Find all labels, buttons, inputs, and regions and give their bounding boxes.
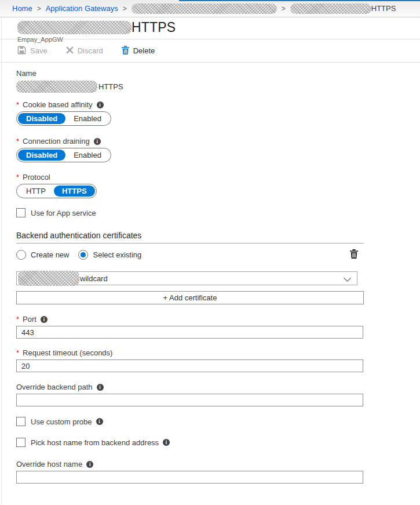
blade: Home > Application Gateways > > HTTPS HT…: [0, 0, 420, 505]
breadcrumb-separator: >: [282, 5, 286, 13]
required-asterisk: *: [16, 173, 19, 181]
section-divider: [16, 243, 364, 244]
redacted-breadcrumb-item: [132, 3, 277, 14]
protocol-https-option[interactable]: HTTPS: [54, 186, 95, 197]
cookie-based-affinity-label: * Cookie based affinity i: [16, 100, 420, 109]
discard-button[interactable]: Discard: [66, 46, 103, 56]
command-bar: Save Discard Delete: [0, 39, 420, 63]
add-certificate-button[interactable]: + Add certificate: [16, 291, 364, 304]
delete-button[interactable]: Delete: [122, 46, 155, 56]
protocol-label: * Protocol: [16, 173, 420, 181]
name-value: HTTPS: [16, 81, 420, 93]
create-new-label: Create new: [31, 250, 69, 259]
page-title: HTTPS: [132, 20, 176, 35]
info-icon[interactable]: i: [97, 101, 104, 108]
connection-draining-toggle: Disabled Enabled: [16, 148, 111, 162]
use-for-app-service-row: Use for App service: [16, 208, 420, 217]
request-timeout-label: * Request timeout (seconds): [16, 348, 420, 357]
connection-draining-label: * Connection draining i: [16, 137, 420, 146]
protocol-toggle: HTTP HTTPS: [16, 184, 97, 198]
redacted-name-text: [16, 81, 97, 93]
info-icon[interactable]: i: [163, 439, 170, 446]
use-custom-probe-checkbox[interactable]: [16, 417, 25, 426]
delete-label: Delete: [133, 46, 155, 55]
protocol-http-option[interactable]: HTTP: [18, 186, 54, 197]
info-icon[interactable]: i: [41, 316, 48, 323]
certificate-dropdown-value: wildcard: [80, 274, 108, 283]
redacted-breadcrumb-item: [290, 3, 371, 14]
required-asterisk: *: [16, 100, 19, 109]
breadcrumb-separator: >: [37, 5, 41, 13]
connection-draining-disabled-option[interactable]: Disabled: [18, 150, 65, 161]
save-button[interactable]: Save: [17, 46, 48, 56]
pick-host-name-label: Pick host name from backend address: [31, 438, 159, 447]
delete-trash-icon: [122, 46, 129, 56]
redacted-title-text: [17, 21, 132, 34]
settings-form: Name HTTPS * Cookie based affinity i Dis…: [0, 63, 420, 484]
create-new-radio[interactable]: [16, 250, 26, 260]
use-for-app-service-label: Use for App service: [31, 209, 96, 217]
certificate-source-radio-group: Create new Select existing: [16, 249, 364, 260]
discard-x-icon: [66, 46, 74, 56]
required-asterisk: *: [16, 348, 19, 357]
override-backend-path-input[interactable]: [16, 394, 363, 406]
port-label: * Port i: [16, 315, 420, 324]
chevron-down-icon: [344, 274, 351, 282]
use-for-app-service-checkbox[interactable]: [16, 208, 25, 217]
redacted-certificate-name: [18, 271, 79, 286]
name-value-suffix: HTTPS: [98, 82, 123, 91]
info-icon[interactable]: i: [97, 384, 104, 391]
save-label: Save: [30, 46, 48, 55]
top-accent-stripe: [179, 0, 420, 1]
breadcrumb: Home > Application Gateways > > HTTPS: [0, 0, 420, 17]
discard-label: Discard: [78, 46, 103, 55]
required-asterisk: *: [16, 315, 19, 324]
info-icon[interactable]: i: [96, 418, 103, 425]
cookie-based-affinity-toggle: Disabled Enabled: [16, 111, 111, 126]
connection-draining-enabled-option[interactable]: Enabled: [65, 150, 109, 161]
pick-host-name-row: Pick host name from backend address i: [16, 438, 420, 447]
name-label: Name: [16, 69, 420, 78]
breadcrumb-separator: >: [123, 5, 127, 13]
cookie-affinity-enabled-option[interactable]: Enabled: [65, 113, 109, 124]
pick-host-name-checkbox[interactable]: [16, 438, 25, 447]
select-existing-label: Select existing: [93, 250, 141, 259]
trash-icon: [350, 252, 358, 260]
override-host-name-input[interactable]: [16, 471, 363, 484]
cookie-affinity-disabled-option[interactable]: Disabled: [18, 113, 65, 124]
request-timeout-input[interactable]: [16, 359, 363, 372]
port-input[interactable]: [16, 326, 363, 339]
info-icon[interactable]: i: [86, 461, 93, 468]
required-asterisk: *: [16, 137, 19, 146]
select-existing-radio-item[interactable]: Select existing: [78, 250, 141, 260]
breadcrumb-home-link[interactable]: Home: [12, 4, 32, 13]
use-custom-probe-row: Use custom probe i: [16, 417, 420, 426]
override-host-name-label: Override host name i: [16, 460, 420, 468]
blade-left-border: [1, 18, 2, 505]
override-backend-path-label: Override backend path i: [16, 383, 420, 391]
certificate-dropdown[interactable]: wildcard: [16, 271, 357, 285]
create-new-radio-item[interactable]: Create new: [16, 250, 69, 260]
save-icon: [17, 46, 26, 56]
breadcrumb-application-gateways-link[interactable]: Application Gateways: [46, 4, 118, 13]
backend-auth-certificates-title: Backend authentication certificates: [16, 231, 420, 240]
blade-header: HTTPS Empay_AppGW: [0, 17, 420, 39]
info-icon[interactable]: i: [94, 138, 101, 145]
use-custom-probe-label: Use custom probe: [31, 417, 92, 426]
select-existing-radio[interactable]: [78, 250, 88, 260]
remove-certificate-button[interactable]: [350, 249, 358, 260]
breadcrumb-current-page: HTTPS: [371, 4, 396, 13]
